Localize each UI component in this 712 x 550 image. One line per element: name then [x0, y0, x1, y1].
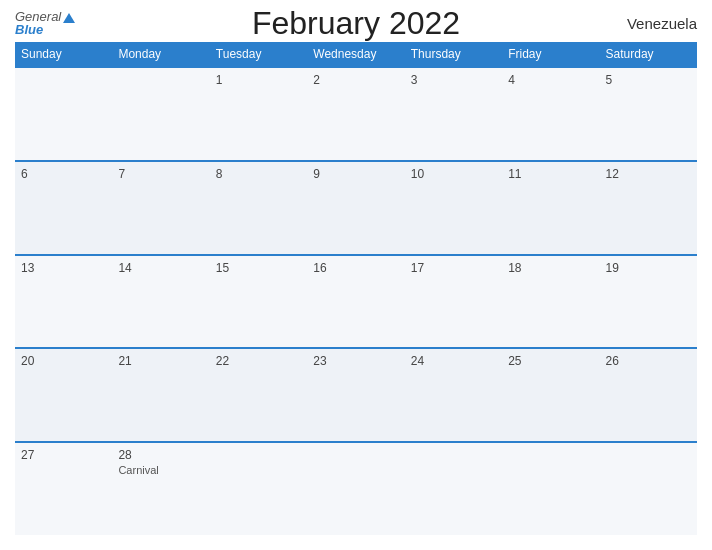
- day-number: 4: [508, 73, 593, 87]
- day-number: 10: [411, 167, 496, 181]
- day-number: 27: [21, 448, 106, 462]
- day-number: 1: [216, 73, 301, 87]
- day-cell: [112, 68, 209, 160]
- day-header-monday: Monday: [112, 42, 209, 66]
- day-cell: 10: [405, 162, 502, 254]
- weeks-container: 1234567891011121314151617181920212223242…: [15, 66, 697, 535]
- day-number: 8: [216, 167, 301, 181]
- day-cell: 14: [112, 256, 209, 348]
- week-row-3: 13141516171819: [15, 254, 697, 348]
- calendar-title: February 2022: [252, 5, 460, 42]
- day-number: 7: [118, 167, 203, 181]
- day-cell: 19: [600, 256, 697, 348]
- day-number: 25: [508, 354, 593, 368]
- day-cell: 22: [210, 349, 307, 441]
- day-number: 26: [606, 354, 691, 368]
- day-number: 24: [411, 354, 496, 368]
- week-row-2: 6789101112: [15, 160, 697, 254]
- day-cell: 20: [15, 349, 112, 441]
- day-number: 28: [118, 448, 203, 462]
- day-cell: 6: [15, 162, 112, 254]
- day-cell: 5: [600, 68, 697, 160]
- day-cell: [502, 443, 599, 535]
- day-cell: 18: [502, 256, 599, 348]
- day-cell: 1: [210, 68, 307, 160]
- day-cell: 27: [15, 443, 112, 535]
- day-number: 20: [21, 354, 106, 368]
- day-number: 18: [508, 261, 593, 275]
- day-cell: 21: [112, 349, 209, 441]
- day-cell: 17: [405, 256, 502, 348]
- week-row-4: 20212223242526: [15, 347, 697, 441]
- day-event: Carnival: [118, 464, 203, 476]
- day-header-saturday: Saturday: [600, 42, 697, 66]
- calendar-container: General Blue February 2022 Venezuela Sun…: [0, 0, 712, 550]
- day-cell: 11: [502, 162, 599, 254]
- day-number: 6: [21, 167, 106, 181]
- day-cell: 25: [502, 349, 599, 441]
- day-cell: 3: [405, 68, 502, 160]
- day-cell: 13: [15, 256, 112, 348]
- day-headers-row: SundayMondayTuesdayWednesdayThursdayFrid…: [15, 42, 697, 66]
- day-cell: 7: [112, 162, 209, 254]
- day-number: 5: [606, 73, 691, 87]
- calendar-grid: SundayMondayTuesdayWednesdayThursdayFrid…: [15, 42, 697, 535]
- day-cell: 28Carnival: [112, 443, 209, 535]
- logo-blue-text: Blue: [15, 23, 43, 36]
- day-header-friday: Friday: [502, 42, 599, 66]
- day-number: 22: [216, 354, 301, 368]
- day-cell: 9: [307, 162, 404, 254]
- day-number: 9: [313, 167, 398, 181]
- day-number: 3: [411, 73, 496, 87]
- day-number: 14: [118, 261, 203, 275]
- day-header-sunday: Sunday: [15, 42, 112, 66]
- day-cell: 12: [600, 162, 697, 254]
- day-cell: 4: [502, 68, 599, 160]
- day-number: 21: [118, 354, 203, 368]
- day-number: 17: [411, 261, 496, 275]
- logo: General Blue: [15, 10, 75, 36]
- day-cell: [405, 443, 502, 535]
- day-cell: [15, 68, 112, 160]
- day-number: 13: [21, 261, 106, 275]
- day-cell: 23: [307, 349, 404, 441]
- day-number: 16: [313, 261, 398, 275]
- week-row-1: 12345: [15, 66, 697, 160]
- logo-triangle-icon: [63, 13, 75, 23]
- country-label: Venezuela: [627, 15, 697, 32]
- day-header-thursday: Thursday: [405, 42, 502, 66]
- day-cell: 8: [210, 162, 307, 254]
- day-header-tuesday: Tuesday: [210, 42, 307, 66]
- day-cell: 24: [405, 349, 502, 441]
- day-header-wednesday: Wednesday: [307, 42, 404, 66]
- day-number: 23: [313, 354, 398, 368]
- day-cell: 2: [307, 68, 404, 160]
- day-number: 11: [508, 167, 593, 181]
- day-cell: 16: [307, 256, 404, 348]
- day-number: 2: [313, 73, 398, 87]
- day-number: 15: [216, 261, 301, 275]
- day-number: 12: [606, 167, 691, 181]
- week-row-5: 2728Carnival: [15, 441, 697, 535]
- calendar-header: General Blue February 2022 Venezuela: [15, 10, 697, 36]
- day-cell: [307, 443, 404, 535]
- day-cell: 15: [210, 256, 307, 348]
- day-cell: [210, 443, 307, 535]
- day-number: 19: [606, 261, 691, 275]
- day-cell: 26: [600, 349, 697, 441]
- day-cell: [600, 443, 697, 535]
